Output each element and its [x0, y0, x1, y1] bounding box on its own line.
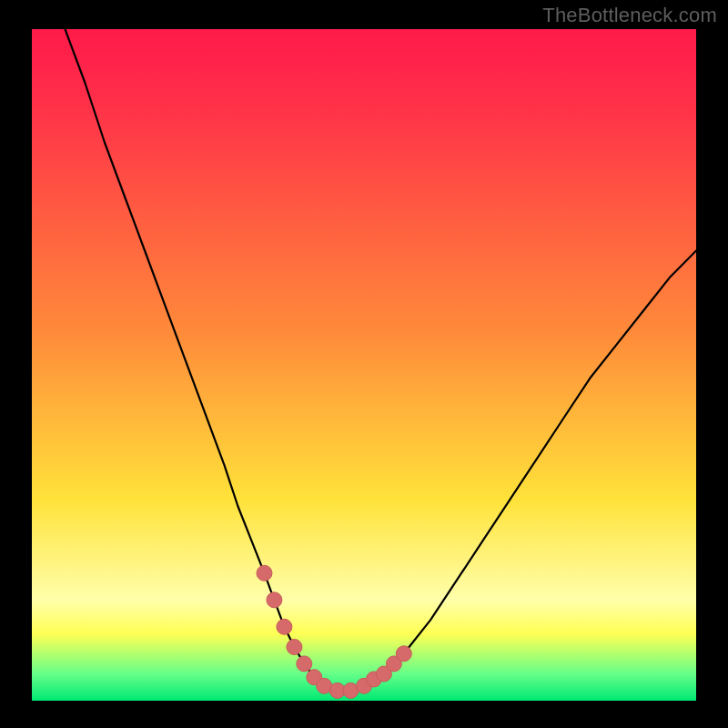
- gradient-background: [32, 29, 696, 701]
- curve-marker: [287, 640, 302, 655]
- chart-frame: TheBottleneck.com: [0, 0, 728, 728]
- curve-marker: [267, 592, 282, 608]
- bottleneck-chart: [32, 29, 696, 701]
- curve-marker: [257, 565, 272, 581]
- curve-marker: [297, 656, 312, 672]
- curve-marker: [277, 619, 292, 634]
- curve-marker: [396, 646, 411, 662]
- watermark-text: TheBottleneck.com: [542, 4, 717, 27]
